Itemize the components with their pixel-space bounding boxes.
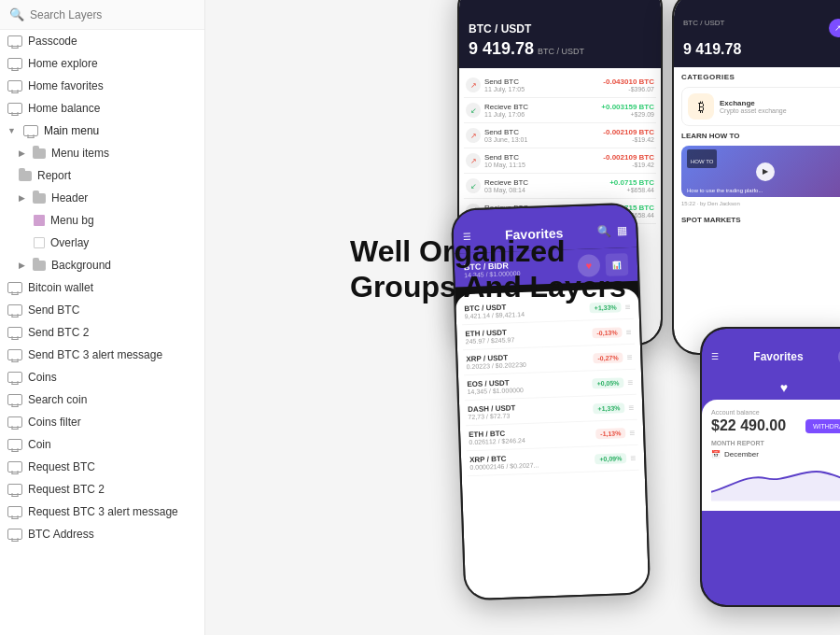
tx-name: Send BTC xyxy=(484,153,525,162)
layer-coins-filter[interactable]: Coins filter xyxy=(0,411,204,433)
layer-label: Header xyxy=(51,191,88,205)
tx-usd: +$29.09 xyxy=(601,111,654,118)
monitor-icon xyxy=(7,327,22,338)
tx-item: ↗ Send BTC 03 June, 13:01 -0.002109 BTC … xyxy=(464,123,656,148)
menu-dots-icon: ≡ xyxy=(626,351,632,361)
cat-price: 9 419.78 xyxy=(683,41,840,58)
monitor-icon xyxy=(23,125,38,136)
fav-coin-list: BTC / USDT 9,421.14 / $9,421.14 +1,33% ≡… xyxy=(455,289,649,600)
monitor-icon xyxy=(7,506,22,517)
layer-label: Coin xyxy=(28,438,51,451)
monitor-icon xyxy=(7,461,22,473)
layer-background[interactable]: ▶ Background xyxy=(0,254,204,276)
layer-label: Menu bg xyxy=(50,214,94,227)
search-input[interactable] xyxy=(30,8,195,21)
layer-home-balance[interactable]: Home balance xyxy=(0,97,204,120)
layer-menu-bg[interactable]: Menu bg xyxy=(0,209,204,232)
tx-usd: -$396.07 xyxy=(603,86,654,92)
layer-request-btc-2[interactable]: Request BTC 2 xyxy=(0,478,204,501)
tagline-line1: Well Organized xyxy=(350,233,626,269)
monitor-icon xyxy=(7,416,22,428)
layer-request-btc-3[interactable]: Request BTC 3 alert message xyxy=(0,501,204,523)
change-badge: +0,09% xyxy=(595,453,626,464)
tx-date: 03 May, 08:14 xyxy=(484,187,528,193)
layer-report[interactable]: Report xyxy=(0,164,204,187)
layer-send-btc-2[interactable]: Send BTC 2 xyxy=(0,321,204,344)
exchange-icon: ↗ xyxy=(829,19,840,37)
monitor-icon xyxy=(7,439,22,450)
layer-header[interactable]: ▶ Header xyxy=(0,187,204,209)
play-button[interactable]: ▶ xyxy=(756,162,775,181)
layer-coin[interactable]: Coin xyxy=(0,433,204,456)
coin-price: 0.20223 / $0.202230 xyxy=(467,361,526,370)
btc-unit-label: BTC / USDT xyxy=(538,47,584,56)
tx-item: ↙ Recieve BTC 11 July, 17:06 +0.003159 B… xyxy=(464,98,656,123)
categories-heading: CATEGORIES xyxy=(674,67,840,87)
rect-icon xyxy=(34,237,45,248)
phone-mockup-balance: ☰ Favorites ✓ ♥ Account balance $22 490.… xyxy=(700,327,840,607)
layer-main-menu[interactable]: ▼ Main menu xyxy=(0,120,204,142)
monitor-icon xyxy=(7,304,22,316)
hamburger-icon: ☰ xyxy=(711,352,719,361)
layer-label: Search coin xyxy=(28,393,87,406)
month-label: December xyxy=(724,450,759,459)
balance-card: Account balance $22 490.00 WITHDRAW MONT… xyxy=(702,400,840,511)
preview-area: Well Organized Groups And Layers BTC / U… xyxy=(205,0,840,635)
layer-passcode[interactable]: Passcode xyxy=(0,30,204,52)
monitor-icon xyxy=(7,58,22,69)
balance-chart xyxy=(711,464,840,501)
layer-btc-address[interactable]: BTC Address xyxy=(0,523,204,545)
learn-how-heading: LEARN HOW TO xyxy=(674,126,840,146)
monitor-icon xyxy=(7,35,22,47)
tx-item: ↗ Send BTC 10 May, 11:15 -0.002109 BTC -… xyxy=(464,148,656,174)
btc-header: BTC / USDT 9 419.78 BTC / USDT xyxy=(459,0,661,68)
tx-usd: -$19.42 xyxy=(603,136,654,143)
search-bar[interactable]: 🔍 xyxy=(0,0,204,30)
btc-price: 9 419.78 xyxy=(469,39,534,59)
change-badge: -0,13% xyxy=(592,327,623,338)
layer-send-btc-3[interactable]: Send BTC 3 alert message xyxy=(0,344,204,366)
heart-icon: ♥ xyxy=(780,380,788,395)
layer-home-explore[interactable]: Home explore xyxy=(0,52,204,75)
cat-btc-header: BTC / USDT ↗ 9 419.78 xyxy=(674,0,840,67)
layer-bitcoin-wallet[interactable]: Bitcoin wallet xyxy=(0,276,204,299)
layer-label: Request BTC 3 alert message xyxy=(28,505,178,518)
layer-label: Send BTC 3 alert message xyxy=(28,348,162,361)
how-to-badge: HOW TO xyxy=(687,149,717,168)
layer-send-btc[interactable]: Send BTC xyxy=(0,299,204,321)
layer-overlay[interactable]: Overlay xyxy=(0,232,204,254)
video-title: How to use the trading platfo... xyxy=(687,188,763,193)
cat-label: BTC / USDT xyxy=(683,19,724,37)
chevron-right-icon: ▶ xyxy=(19,148,25,158)
cat-screen: BTC / USDT ↗ 9 419.78 CATEGORIES ₿ Excha… xyxy=(674,0,840,353)
balance-label: Account balance xyxy=(711,409,840,416)
balance-title: Favorites xyxy=(753,350,803,363)
tx-name: Send BTC xyxy=(484,78,525,86)
layer-coins[interactable]: Coins xyxy=(0,366,204,388)
layer-label: Menu items xyxy=(51,147,109,160)
search-icon: 🔍 xyxy=(9,7,24,21)
layer-search-coin[interactable]: Search coin xyxy=(0,388,204,411)
tx-item: ↗ Send BTC 11 July, 17:05 -0.043010 BTC … xyxy=(464,73,656,98)
tx-name: Recieve BTC xyxy=(484,103,528,111)
tx-arrow-icon: ↗ xyxy=(466,153,481,168)
balance-amount: $22 490.00 xyxy=(711,417,786,434)
monitor-icon xyxy=(7,372,22,383)
layer-home-favorites[interactable]: Home favorites xyxy=(0,75,204,97)
layer-label: Report xyxy=(37,169,71,182)
layer-label: Send BTC 2 xyxy=(28,326,89,339)
exchange-card: ₿ Exchange Crypto asset exchange xyxy=(681,87,840,126)
tx-usd: -$19.42 xyxy=(603,162,654,168)
layer-menu-items[interactable]: ▶ Menu items xyxy=(0,142,204,164)
tagline-block: Well Organized Groups And Layers xyxy=(350,233,626,305)
withdraw-button[interactable]: WITHDRAW xyxy=(805,419,840,433)
calendar-icon: 📅 xyxy=(711,450,721,459)
tx-name: Recieve BTC xyxy=(484,178,528,187)
tx-item: ↙ Recieve BTC 03 May, 08:14 +0.0715 BTC … xyxy=(464,174,656,199)
tx-date: 10 May, 11:15 xyxy=(484,162,525,168)
layer-label: Main menu xyxy=(44,124,99,137)
tx-amount: -0.002109 BTC xyxy=(603,128,654,136)
tx-arrow-icon: ↗ xyxy=(466,128,481,143)
video-author-name: by Den Jackson xyxy=(700,201,740,206)
layer-request-btc[interactable]: Request BTC xyxy=(0,456,204,478)
